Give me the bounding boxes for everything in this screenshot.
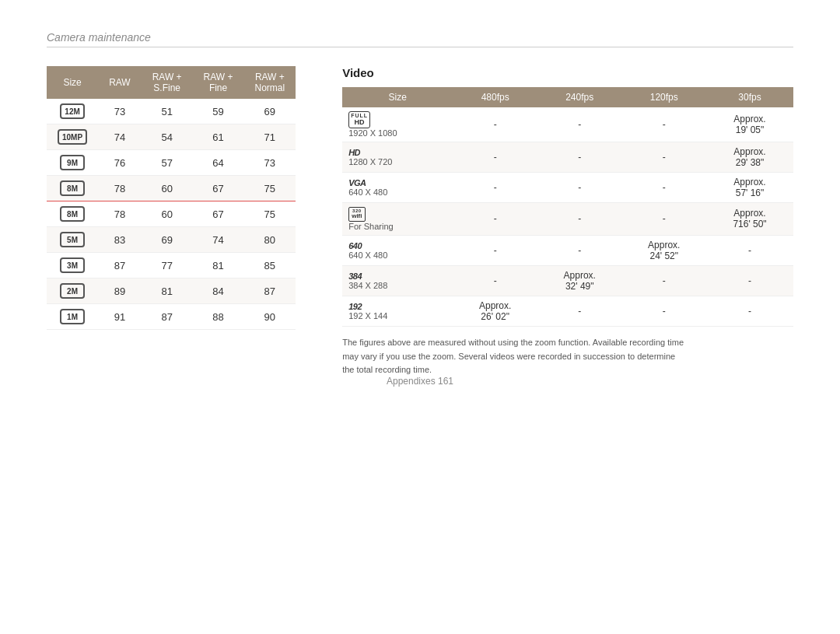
table-cell: 69	[244, 99, 296, 124]
vid-size-cell: FULLHD1920 X 1080	[342, 107, 453, 142]
table-cell: 87	[244, 278, 296, 304]
vid-data-cell: -	[706, 235, 793, 265]
left-table-row: 1M91878890	[47, 304, 296, 330]
vid-col-480: 480fps	[453, 87, 537, 107]
table-cell: 76	[98, 150, 142, 176]
vid-col-120: 120fps	[621, 87, 706, 107]
table-cell: 57	[142, 150, 193, 176]
table-cell: 60	[142, 176, 193, 201]
icon-cell: 8M	[47, 176, 98, 201]
table-cell: 85	[244, 253, 296, 278]
table-cell: 69	[142, 227, 193, 253]
table-cell: 88	[193, 304, 244, 330]
video-header-row: Size 480fps 240fps 120fps 30fps	[342, 87, 793, 107]
right-section: Video Size 480fps 240fps 120fps 30fps FU…	[342, 66, 793, 377]
icon-cell: 9M	[47, 150, 98, 176]
table-cell: 78	[98, 201, 142, 227]
video-table-row: HD1280 X 720---Approx. 29' 38"	[342, 142, 793, 172]
vid-size-cell: 192192 X 144	[342, 296, 453, 326]
left-table-row: 2M89818487	[47, 278, 296, 304]
table-cell: 54	[142, 124, 193, 150]
vid-data-cell: -	[706, 296, 793, 326]
vid-col-30: 30fps	[706, 87, 793, 107]
video-table-row: FULLHD1920 X 1080---Approx. 19' 05"	[342, 107, 793, 142]
vid-data-cell: Approx. 716' 50"	[706, 202, 793, 235]
video-table-row: 192192 X 144Approx. 26' 02"---	[342, 296, 793, 326]
icon-cell: 12M	[47, 99, 98, 124]
vid-data-cell: -	[706, 265, 793, 296]
vid-data-cell: -	[537, 202, 622, 235]
col-raw-sfine: RAW +S.Fine	[142, 66, 193, 99]
col-raw-normal: RAW +Normal	[244, 66, 296, 99]
table-cell: 78	[98, 176, 142, 201]
table-cell: 89	[98, 278, 142, 304]
table-cell: 90	[244, 304, 296, 330]
divider	[47, 47, 793, 47]
vid-data-cell: Approx. 24' 52"	[621, 235, 706, 265]
vid-data-cell: -	[453, 107, 537, 142]
table-cell: 64	[193, 150, 244, 176]
table-cell: 84	[193, 278, 244, 304]
table-cell: 75	[244, 201, 296, 227]
vid-data-cell: Approx. 57' 16"	[706, 172, 793, 202]
col-raw: RAW	[98, 66, 142, 99]
video-table-row: VGA640 X 480---Approx. 57' 16"	[342, 172, 793, 202]
left-table-row: 12M73515969	[47, 99, 296, 124]
icon-cell: 5M	[47, 227, 98, 253]
vid-data-cell: -	[621, 202, 706, 235]
vid-data-cell: -	[453, 235, 537, 265]
vid-size-cell: VGA640 X 480	[342, 172, 453, 202]
left-table-row: 8M78606775	[47, 201, 296, 227]
vid-data-cell: -	[453, 202, 537, 235]
table-cell: 81	[142, 278, 193, 304]
left-table-header-row: Size RAW RAW +S.Fine RAW +Fine RAW +Norm…	[47, 66, 296, 99]
video-table-row: 384384 X 288-Approx. 32' 49"--	[342, 265, 793, 296]
table-cell: 71	[244, 124, 296, 150]
vid-data-cell: Approx. 29' 38"	[706, 142, 793, 172]
vid-data-cell: -	[621, 265, 706, 296]
left-table-row: 8M78606775	[47, 176, 296, 201]
table-cell: 61	[193, 124, 244, 150]
vid-data-cell: Approx. 19' 05"	[706, 107, 793, 142]
table-cell: 87	[98, 253, 142, 278]
left-table-row: 10MP74546171	[47, 124, 296, 150]
vid-data-cell: -	[537, 172, 622, 202]
vid-data-cell: -	[453, 142, 537, 172]
icon-cell: 3M	[47, 253, 98, 278]
vid-data-cell: -	[621, 296, 706, 326]
vid-size-cell: HD1280 X 720	[342, 142, 453, 172]
vid-size-cell: 640640 X 480	[342, 235, 453, 265]
icon-cell: 2M	[47, 278, 98, 304]
table-cell: 74	[193, 227, 244, 253]
vid-data-cell: -	[453, 265, 537, 296]
video-table-row: 640640 X 480--Approx. 24' 52"-	[342, 235, 793, 265]
left-table-wrap: Size RAW RAW +S.Fine RAW +Fine RAW +Norm…	[47, 66, 296, 330]
vid-data-cell: -	[537, 107, 622, 142]
vid-data-cell: -	[537, 296, 622, 326]
left-table-row: 5M83697480	[47, 227, 296, 253]
vid-data-cell: -	[621, 107, 706, 142]
table-cell: 67	[193, 201, 244, 227]
vid-data-cell: -	[621, 142, 706, 172]
table-cell: 87	[142, 304, 193, 330]
icon-cell: 1M	[47, 304, 98, 330]
vid-data-cell: -	[621, 172, 706, 202]
page-title: Camera maintenance	[47, 31, 793, 44]
vid-data-cell: Approx. 26' 02"	[453, 296, 537, 326]
vid-size-cell: 320wifiFor Sharing	[342, 202, 453, 235]
table-cell: 73	[244, 150, 296, 176]
left-table: Size RAW RAW +S.Fine RAW +Fine RAW +Norm…	[47, 66, 296, 330]
col-size: Size	[47, 66, 98, 99]
table-cell: 91	[98, 304, 142, 330]
footnote: The figures above are measured without u…	[342, 336, 684, 377]
table-cell: 67	[193, 176, 244, 201]
vid-data-cell: -	[537, 142, 622, 172]
left-table-row: 3M87778185	[47, 253, 296, 278]
vid-col-240: 240fps	[537, 87, 622, 107]
table-cell: 51	[142, 99, 193, 124]
icon-cell: 10MP	[47, 124, 98, 150]
vid-data-cell: -	[537, 235, 622, 265]
table-cell: 80	[244, 227, 296, 253]
video-table-row: 320wifiFor Sharing---Approx. 716' 50"	[342, 202, 793, 235]
table-cell: 73	[98, 99, 142, 124]
